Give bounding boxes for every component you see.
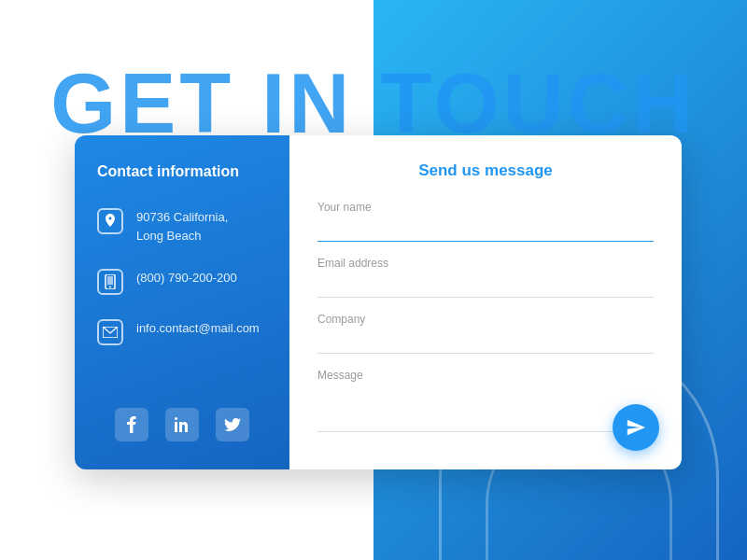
send-button[interactable]: [613, 404, 659, 451]
svg-point-2: [109, 287, 111, 288]
svg-rect-1: [107, 276, 113, 285]
linkedin-button[interactable]: [165, 408, 199, 441]
email-icon: [97, 319, 123, 345]
email-text: info.contact@mail.com: [136, 319, 260, 338]
twitter-button[interactable]: [216, 408, 249, 441]
social-icons: [97, 408, 267, 441]
phone-text: (800) 790-200-200: [136, 269, 237, 287]
svg-point-5: [175, 417, 177, 420]
contact-card: Contact information 90736 California,Lon…: [75, 135, 682, 469]
name-field-group: Your name: [317, 201, 654, 242]
name-input[interactable]: [317, 217, 654, 242]
svg-rect-4: [175, 422, 177, 432]
phone-icon: [97, 269, 123, 295]
phone-item: (800) 790-200-200: [97, 269, 267, 295]
company-input[interactable]: [317, 329, 654, 354]
email-input[interactable]: [317, 273, 654, 298]
message-label: Message: [317, 369, 654, 382]
email-field-group: Email address: [317, 257, 654, 298]
company-label: Company: [317, 313, 654, 326]
location-icon: [97, 208, 123, 234]
address-text: 90736 California,Long Beach: [136, 208, 228, 245]
message-field-group: Message: [317, 369, 654, 432]
name-label: Your name: [317, 201, 654, 214]
company-field-group: Company: [317, 313, 654, 354]
form-panel: Send us message Your name Email address …: [289, 135, 682, 469]
form-title: Send us message: [317, 161, 654, 180]
address-item: 90736 California,Long Beach: [97, 208, 267, 245]
email-item: info.contact@mail.com: [97, 319, 267, 345]
email-label: Email address: [317, 257, 654, 270]
send-icon: [626, 417, 646, 438]
message-input[interactable]: [317, 385, 654, 432]
facebook-button[interactable]: [115, 408, 148, 441]
contact-panel-title: Contact information: [97, 163, 267, 180]
contact-panel: Contact information 90736 California,Lon…: [75, 135, 289, 469]
